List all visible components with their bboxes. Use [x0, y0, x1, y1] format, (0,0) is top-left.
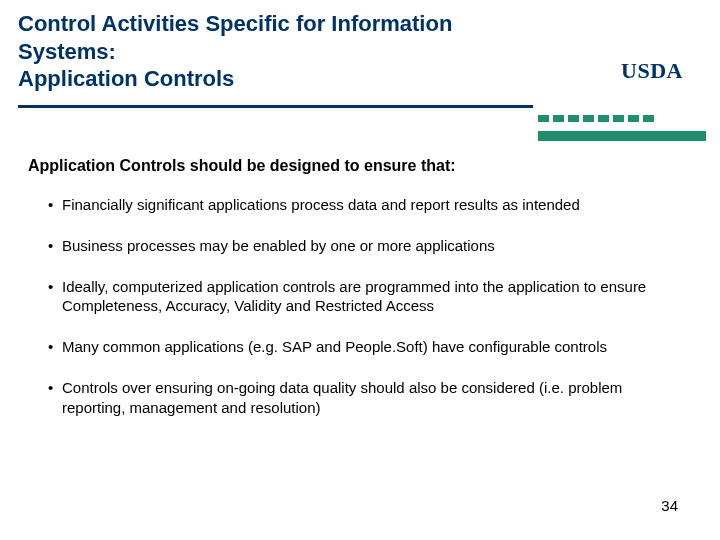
list-item: Ideally, computerized application contro…: [48, 277, 678, 315]
usda-logo-text: USDA: [621, 58, 683, 84]
green-bar: [538, 131, 706, 141]
page-number: 34: [661, 497, 678, 514]
list-item: Financially significant applications pro…: [48, 195, 678, 214]
bullet-list: Financially significant applications pro…: [18, 195, 702, 417]
navy-rule: [18, 105, 533, 108]
divider-area: [18, 99, 702, 139]
list-item: Many common applications (e.g. SAP and P…: [48, 337, 678, 356]
list-item: Controls over ensuring on-going data qua…: [48, 378, 678, 416]
title-line-2: Application Controls: [18, 66, 234, 91]
list-item: Business processes may be enabled by one…: [48, 236, 678, 255]
subheading: Application Controls should be designed …: [28, 157, 702, 175]
usda-logo: USDA: [604, 54, 700, 88]
slide: Control Activities Specific for Informat…: [0, 0, 720, 540]
title-line-1: Control Activities Specific for Informat…: [18, 11, 452, 64]
slide-title: Control Activities Specific for Informat…: [18, 10, 538, 93]
green-dashes: [538, 115, 654, 122]
